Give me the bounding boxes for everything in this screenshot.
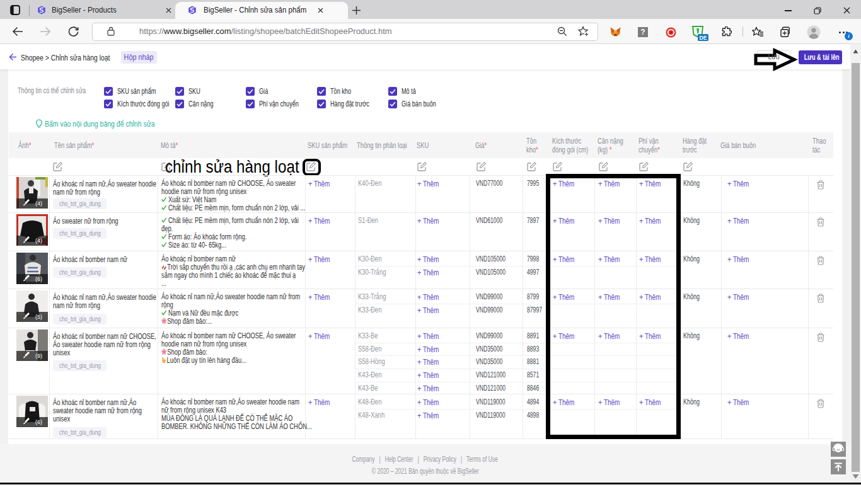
svg-text:(6): (6) bbox=[35, 276, 42, 282]
svg-text:(4): (4) bbox=[35, 238, 42, 244]
svg-text:(5): (5) bbox=[35, 314, 42, 320]
svg-text:(9): (9) bbox=[35, 353, 42, 359]
svg-text:(6): (6) bbox=[35, 419, 42, 425]
svg-text:(4): (4) bbox=[35, 200, 42, 207]
svg-text:DE: DE bbox=[700, 35, 707, 41]
